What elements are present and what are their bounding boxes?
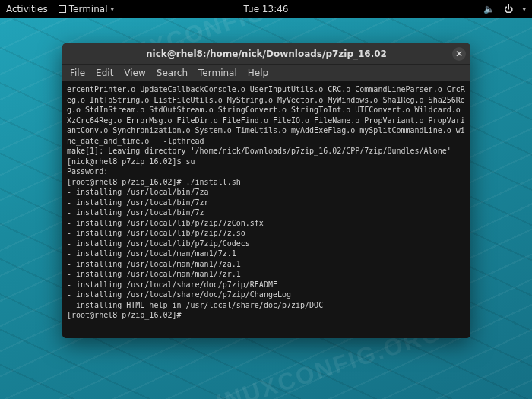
window-title: nick@rhel8:/home/nick/Downloads/p7zip_16… xyxy=(146,49,387,59)
terminal-line: - installing /usr/local/bin/7z xyxy=(67,207,466,218)
chevron-down-icon: ▾ xyxy=(110,5,114,13)
topbar-app-label: Terminal xyxy=(69,4,108,14)
terminal-line: - installing /usr/local/man/man1/7za.1 xyxy=(67,259,466,270)
menu-search[interactable]: Search xyxy=(157,68,188,78)
terminal-line: [root@rhel8 p7zip_16.02]# xyxy=(67,310,466,321)
terminal-window: nick@rhel8:/home/nick/Downloads/p7zip_16… xyxy=(62,43,470,338)
volume-icon[interactable]: 🔈 xyxy=(483,4,495,14)
menu-terminal[interactable]: Terminal xyxy=(198,68,237,78)
close-button[interactable]: ✕ xyxy=(452,47,466,61)
terminal-line: - installing /usr/local/lib/p7zip/Codecs xyxy=(67,239,466,249)
close-icon: ✕ xyxy=(455,49,463,59)
terminal-line: - installing /usr/local/share/doc/p7zip/… xyxy=(67,280,466,290)
clock[interactable]: Tue 13:46 xyxy=(244,4,289,14)
terminal-line: - installing /usr/local/bin/7za xyxy=(67,187,466,198)
power-icon[interactable]: ⏻ xyxy=(504,4,513,14)
menu-help[interactable]: Help xyxy=(248,68,268,78)
terminal-output[interactable]: ercentPrinter.o UpdateCallbackConsole.o … xyxy=(62,81,470,338)
menu-bar: File Edit View Search Terminal Help xyxy=(62,65,470,81)
terminal-line: Password: xyxy=(67,166,466,177)
terminal-line: make[1]: Leaving directory '/home/nick/D… xyxy=(67,146,466,157)
terminal-line: - installing /usr/local/bin/7zr xyxy=(67,198,466,208)
terminal-line: - installing /usr/local/man/man1/7zr.1 xyxy=(67,269,466,280)
terminal-icon xyxy=(59,5,66,13)
window-titlebar[interactable]: nick@rhel8:/home/nick/Downloads/p7zip_16… xyxy=(62,43,470,65)
activities-button[interactable]: Activities xyxy=(6,4,48,14)
gnome-top-bar: Activities Terminal ▾ Tue 13:46 🔈 ⏻ ▾ xyxy=(0,0,532,18)
terminal-line: - installing /usr/local/lib/p7zip/7z.so xyxy=(67,228,466,239)
terminal-line: - installing /usr/local/man/man1/7z.1 xyxy=(67,249,466,259)
system-menu-chevron-icon[interactable]: ▾ xyxy=(522,5,526,13)
terminal-line: - installing /usr/local/share/doc/p7zip/… xyxy=(67,290,466,300)
menu-view[interactable]: View xyxy=(124,68,145,78)
terminal-line: ercentPrinter.o UpdateCallbackConsole.o … xyxy=(67,84,466,146)
topbar-app-menu[interactable]: Terminal ▾ xyxy=(59,4,114,14)
terminal-line: [root@rhel8 p7zip_16.02]# ./install.sh xyxy=(67,177,466,188)
menu-file[interactable]: File xyxy=(70,68,85,78)
terminal-line: [nick@rhel8 p7zip_16.02]$ su xyxy=(67,157,466,167)
terminal-line: - installing /usr/local/lib/p7zip/7zCon.… xyxy=(67,218,466,229)
menu-edit[interactable]: Edit xyxy=(96,68,113,78)
terminal-line: - installing HTML help in /usr/local/sha… xyxy=(67,300,466,311)
